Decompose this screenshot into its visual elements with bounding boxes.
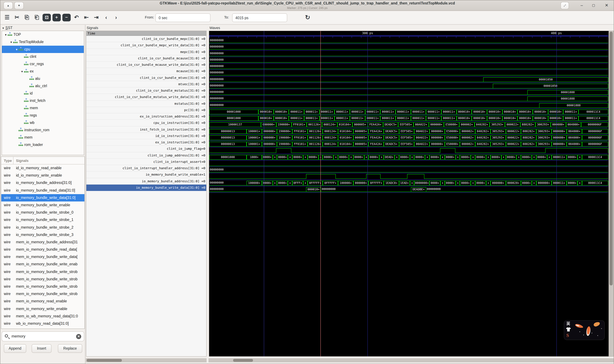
- filter-row[interactable]: wiremem_io_memory_bundle_address[31: [1, 238, 84, 246]
- expander-icon[interactable]: ▼: [4, 31, 8, 39]
- from-input[interactable]: [155, 13, 210, 22]
- signal-row[interactable]: clint_io_csr_bundle_mepc_write_data[31:0…: [86, 42, 206, 49]
- signal-row[interactable]: clint_io_csr_bundle_mstatus_write_data[3…: [86, 94, 206, 101]
- expander-icon[interactable]: ▼: [15, 46, 19, 53]
- tree-item-ex[interactable]: ▼ex: [2, 68, 84, 75]
- scrollbar-thumb[interactable]: [87, 359, 122, 362]
- scrollbar-thumb[interactable]: [233, 359, 253, 362]
- tree-item-wb[interactable]: wb: [2, 119, 84, 126]
- expand-button[interactable]: ⤢: [561, 2, 569, 9]
- filter-row[interactable]: wireid_io_memory_read_enable: [1, 164, 84, 172]
- filter-row[interactable]: wiremem_io_memory_read_enable: [1, 298, 84, 305]
- zoom-out-icon[interactable]: −: [62, 14, 71, 21]
- tree-item-regs[interactable]: regs: [2, 112, 84, 119]
- paste-icon[interactable]: ⎗: [33, 13, 41, 22]
- wave-canvas[interactable]: 300 ps400 ps 000000000000000000000000000…: [209, 31, 608, 356]
- signal-row[interactable]: mtvec[31:0] =0: [86, 81, 206, 88]
- signal-row[interactable]: clint_io_csr_bundle_mtvec[31:0] =0: [86, 75, 206, 81]
- reload-icon[interactable]: ↻: [304, 13, 312, 22]
- undo-icon[interactable]: ↶: [72, 13, 81, 22]
- tree-item-id[interactable]: id: [2, 90, 84, 97]
- replace-button[interactable]: Replace: [58, 344, 82, 353]
- prev-edge-icon[interactable]: ‹: [102, 13, 110, 22]
- zoom-fit-icon[interactable]: ⊡: [42, 14, 51, 21]
- zoom-in-icon[interactable]: +: [53, 14, 61, 21]
- sst-header[interactable]: ▼SST: [2, 26, 13, 30]
- skip-start-icon[interactable]: ⇤: [82, 13, 90, 22]
- close-button[interactable]: ✕: [603, 2, 611, 9]
- filter-row[interactable]: wiremem_io_memory_bundle_write_strob: [1, 268, 84, 275]
- filter-row[interactable]: wiremem_io_memory_bundle_read_data[: [1, 246, 84, 253]
- tree-item-mem[interactable]: mem: [2, 104, 84, 112]
- copy-icon[interactable]: ⎘: [23, 13, 31, 22]
- marker-line[interactable]: [321, 31, 321, 356]
- signal-row[interactable]: mepc[31:0] =0: [86, 49, 206, 55]
- filter-row[interactable]: wireio_memory_bundle_write_strobe_2: [1, 224, 84, 231]
- filter-row[interactable]: wiremem_io_wb_memory_read_data[31:0: [1, 312, 84, 320]
- signal-row[interactable]: pc[31:0] =0: [86, 107, 206, 114]
- tree-item-TestTopModule[interactable]: ▼TestTopModule: [2, 38, 84, 46]
- insert-button[interactable]: Insert: [32, 344, 52, 353]
- signals-horizontal-scrollbar[interactable]: [86, 358, 207, 362]
- signal-row[interactable]: inst_fetch_io_instruction[31:0] =0: [86, 126, 206, 133]
- clear-search-icon[interactable]: ✕: [76, 334, 81, 339]
- search-input[interactable]: memory: [12, 334, 26, 338]
- tree-item-clint[interactable]: clint: [2, 53, 84, 60]
- filter-row[interactable]: wiremem_io_memory_bundle_write_strob: [1, 275, 84, 283]
- filter-row[interactable]: wireio_memory_bundle_write_data[31:0]: [1, 194, 84, 201]
- signal-row[interactable]: io_memory_bundle_write_enable=1: [86, 172, 206, 178]
- shade-down-button[interactable]: ▼: [14, 2, 24, 9]
- filter-row[interactable]: wiremem_io_memory_bundle_write_enab: [1, 261, 84, 268]
- cut-icon[interactable]: ✂: [13, 13, 21, 22]
- filter-row[interactable]: wiremem_io_memory_write_enable: [1, 305, 84, 312]
- minimize-button[interactable]: –: [578, 2, 586, 9]
- time-header[interactable]: Time: [86, 31, 206, 36]
- signal-row[interactable]: clint_io_interrupt_handler_address[31:0]…: [86, 165, 206, 172]
- tree-item-rom_loader[interactable]: rom_loader: [2, 141, 84, 148]
- expander-icon[interactable]: ▼: [9, 39, 13, 46]
- signal-row[interactable]: mcause[31:0] =0: [86, 68, 206, 75]
- filter-row[interactable]: wiremem_io_memory_bundle_write_strob: [1, 283, 84, 290]
- filter-row[interactable]: wireio_memory_bundle_write_strobe_0: [1, 209, 84, 216]
- tree-item-cpu[interactable]: ▼cpu: [2, 46, 84, 53]
- signal-row[interactable]: clint_io_csr_bundle_mcause_write_data[31…: [86, 62, 206, 68]
- waves-horizontal-scrollbar[interactable]: [209, 358, 614, 362]
- filter-row[interactable]: wireio_memory_bundle_write_strobe_1: [1, 216, 84, 224]
- signal-row[interactable]: io_memory_bundle_address[31:0] =0: [86, 178, 206, 184]
- tree-item-TOP[interactable]: ▼TOP: [2, 31, 84, 38]
- filter-row[interactable]: wireio_memory_bundle_write_enable: [1, 201, 84, 209]
- signal-row[interactable]: clint_io_interrupt_assert=0: [86, 159, 206, 165]
- waves-vertical-scrollbar[interactable]: [609, 31, 613, 356]
- signal-row[interactable]: mstatus[31:0] =0: [86, 100, 206, 107]
- signal-row[interactable]: clint_io_csr_bundle_mcause[31:0] =0: [86, 55, 206, 62]
- maximize-button[interactable]: ▢: [590, 2, 597, 9]
- signal-row[interactable]: clint_io_csr_bundle_mstatus[31:0] =0: [86, 88, 206, 94]
- tree-item-mem[interactable]: mem: [2, 134, 84, 141]
- filter-row[interactable]: wireio_memory_bundle_read_data[31:0]: [1, 187, 84, 194]
- signal-row[interactable]: clint_io_jump_address[31:0] =0: [86, 152, 206, 159]
- tree-item-alu_ctrl[interactable]: alu_ctrl: [2, 82, 84, 90]
- append-button[interactable]: Append: [4, 344, 26, 353]
- expander-icon[interactable]: ▼: [20, 68, 24, 75]
- filter-row[interactable]: wireio_memory_bundle_write_strobe_3: [1, 231, 84, 238]
- signal-row[interactable]: id_io_instruction[31:0] =0: [86, 133, 206, 139]
- to-input[interactable]: [232, 13, 287, 22]
- menu-icon[interactable]: ☰: [3, 13, 11, 22]
- signal-search[interactable]: memory ✕: [2, 331, 84, 341]
- signal-row[interactable]: ex_io_instruction_address[31:0] =0: [86, 113, 206, 120]
- signal-row[interactable]: clint_io_jump_flag=0: [86, 146, 206, 152]
- tree-item-inst_fetch[interactable]: inst_fetch: [2, 97, 84, 104]
- scrollbar-thumb[interactable]: [610, 32, 613, 286]
- signal-row[interactable]: ex_io_instruction[31:0] =0: [86, 139, 206, 146]
- filter-row[interactable]: wiremem_io_memory_bundle_write_data[: [1, 253, 84, 261]
- signal-row[interactable]: clint_io_csr_bundle_mepc[31:0] =0: [86, 36, 206, 42]
- shade-up-button[interactable]: ▲: [3, 2, 13, 9]
- filter-row[interactable]: wireio_memory_bundle_address[31:0]: [1, 179, 84, 187]
- filter-row[interactable]: wireid_io_memory_write_enable: [1, 172, 84, 179]
- signal-row[interactable]: cpu_io_instruction[31:0] =0: [86, 120, 206, 126]
- tree-item-instruction_rom[interactable]: instruction_rom: [2, 126, 84, 134]
- filter-row[interactable]: wiremem_io_memory_bundle_write_strob: [1, 290, 84, 298]
- signal-row[interactable]: io_memory_bundle_write_data[31:0] =0: [86, 184, 206, 191]
- tree-item-csr_regs[interactable]: csr_regs: [2, 60, 84, 68]
- filter-row[interactable]: wirewb_io_memory_read_data[31:0]: [1, 320, 84, 327]
